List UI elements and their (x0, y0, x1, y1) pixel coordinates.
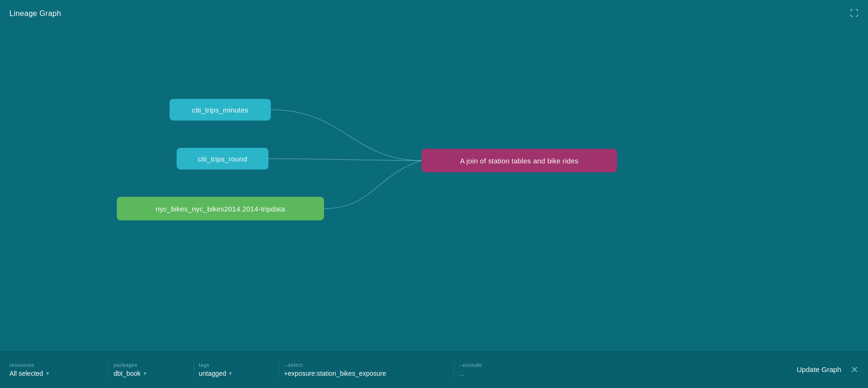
divider-1 (108, 360, 109, 379)
toolbar-right: Update Graph ✕ (797, 362, 859, 377)
resources-select[interactable]: All selected ▾ (9, 370, 89, 377)
exclude-label: --exclude (459, 362, 539, 368)
resources-chevron-icon: ▾ (46, 370, 49, 377)
resources-label: resources (9, 362, 89, 368)
select-value[interactable]: +exposure:station_bikes_exposure (284, 370, 435, 377)
node-citi-trips-minutes[interactable]: citi_trips_minutes (170, 99, 271, 121)
expand-icon[interactable]: ⛶ (850, 8, 859, 18)
connection-minutes-to-join (271, 110, 422, 161)
packages-select[interactable]: dbt_book ▾ (114, 370, 175, 377)
node-nyc-bikes-label: nyc_bikes_nyc_bikes2014.2014-tripdata (155, 205, 285, 213)
toolbar-tags-group: tags untagged ▾ (199, 362, 274, 377)
bottom-toolbar: resources All selected ▾ packages dbt_bo… (0, 350, 868, 388)
divider-4 (454, 360, 454, 379)
connection-nyc-to-join (324, 161, 422, 209)
close-button[interactable]: ✕ (851, 365, 859, 374)
select-label: --select (284, 362, 435, 368)
divider-3 (279, 360, 279, 379)
divider-2 (194, 360, 194, 379)
toolbar-exclude-group: --exclude ... (459, 362, 553, 377)
node-nyc-bikes[interactable]: nyc_bikes_nyc_bikes2014.2014-tripdata (117, 197, 324, 220)
update-graph-button[interactable]: Update Graph (797, 362, 841, 377)
node-join[interactable]: A join of station tables and bike rides (422, 149, 617, 172)
connections-svg (0, 0, 868, 350)
tags-select[interactable]: untagged ▾ (199, 370, 260, 377)
graph-canvas: citi_trips_minutes citi_trips_round nyc_… (0, 0, 868, 350)
node-citi-trips-round-label: citi_trips_round (198, 155, 247, 163)
toolbar-packages-group: packages dbt_book ▾ (114, 362, 189, 377)
app: Lineage Graph ⛶ citi_trips_minutes citi_… (0, 0, 868, 388)
tags-value: untagged (199, 370, 226, 377)
resources-value: All selected (9, 370, 43, 377)
packages-label: packages (114, 362, 175, 368)
connection-round-to-join (268, 159, 422, 161)
node-citi-trips-round[interactable]: citi_trips_round (177, 148, 268, 170)
toolbar-select-group: --select +exposure:station_bikes_exposur… (284, 362, 449, 377)
packages-chevron-icon: ▾ (144, 370, 146, 377)
exclude-value[interactable]: ... (459, 370, 539, 377)
tags-label: tags (199, 362, 260, 368)
toolbar-resources-group: resources All selected ▾ (9, 362, 104, 377)
page-title: Lineage Graph (9, 9, 61, 18)
node-citi-trips-minutes-label: citi_trips_minutes (192, 106, 248, 114)
node-join-label: A join of station tables and bike rides (460, 157, 578, 165)
tags-chevron-icon: ▾ (229, 370, 232, 377)
packages-value: dbt_book (114, 370, 141, 377)
header: Lineage Graph ⛶ (0, 0, 868, 27)
